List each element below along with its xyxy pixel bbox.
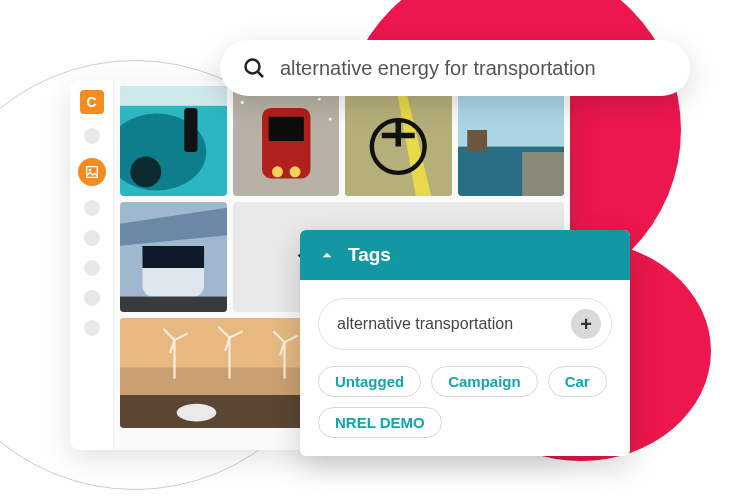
tags-panel-body: + Untagged Campaign Car NREL DEMO	[300, 280, 630, 456]
svg-point-44	[177, 404, 217, 422]
svg-rect-27	[120, 297, 227, 312]
tag-chip-list: Untagged Campaign Car NREL DEMO	[318, 366, 612, 438]
tags-panel-header[interactable]: Tags	[300, 230, 630, 280]
plus-icon: +	[580, 313, 592, 336]
tag-chip-untagged[interactable]: Untagged	[318, 366, 421, 397]
svg-line-47	[258, 72, 263, 77]
sidebar-item-placeholder[interactable]	[84, 128, 100, 144]
svg-point-4	[130, 156, 161, 187]
svg-rect-8	[268, 117, 303, 141]
svg-rect-22	[522, 152, 564, 196]
search-icon	[242, 56, 266, 80]
tag-chip-campaign[interactable]: Campaign	[431, 366, 538, 397]
grid-image-tram[interactable]	[233, 86, 340, 196]
svg-rect-3	[184, 108, 197, 152]
grid-image-bicycle[interactable]	[345, 86, 452, 196]
search-bar[interactable]	[220, 40, 690, 96]
grid-image-ev-charging[interactable]	[120, 86, 227, 196]
sidebar-item-placeholder[interactable]	[84, 230, 100, 246]
image-icon	[84, 164, 100, 180]
search-input[interactable]	[280, 57, 668, 80]
tags-panel-title: Tags	[348, 244, 391, 266]
svg-point-13	[317, 98, 320, 101]
sidebar: C	[70, 80, 114, 450]
svg-rect-21	[467, 130, 487, 152]
tag-chip-car[interactable]: Car	[548, 366, 607, 397]
svg-point-10	[289, 166, 300, 177]
sidebar-item-placeholder[interactable]	[84, 200, 100, 216]
sidebar-item-images[interactable]	[78, 158, 106, 186]
svg-point-9	[271, 166, 282, 177]
grid-image-metro[interactable]	[120, 202, 227, 312]
svg-rect-5	[120, 86, 227, 106]
svg-point-11	[240, 101, 243, 104]
app-logo-letter: C	[86, 94, 96, 110]
sidebar-item-placeholder[interactable]	[84, 260, 100, 276]
sidebar-item-placeholder[interactable]	[84, 290, 100, 306]
svg-rect-26	[142, 246, 204, 268]
grid-image-coast[interactable]	[458, 86, 565, 196]
app-logo[interactable]: C	[80, 90, 104, 114]
svg-point-14	[328, 117, 331, 120]
tag-chip-nrel-demo[interactable]: NREL DEMO	[318, 407, 442, 438]
svg-point-46	[246, 60, 260, 74]
chevron-up-icon	[318, 246, 336, 264]
svg-point-0	[88, 169, 91, 172]
tag-input[interactable]	[337, 315, 561, 333]
tag-input-row: +	[318, 298, 612, 350]
add-tag-button[interactable]: +	[571, 309, 601, 339]
tags-panel: Tags + Untagged Campaign Car NREL DEMO	[300, 230, 630, 456]
sidebar-item-placeholder[interactable]	[84, 320, 100, 336]
